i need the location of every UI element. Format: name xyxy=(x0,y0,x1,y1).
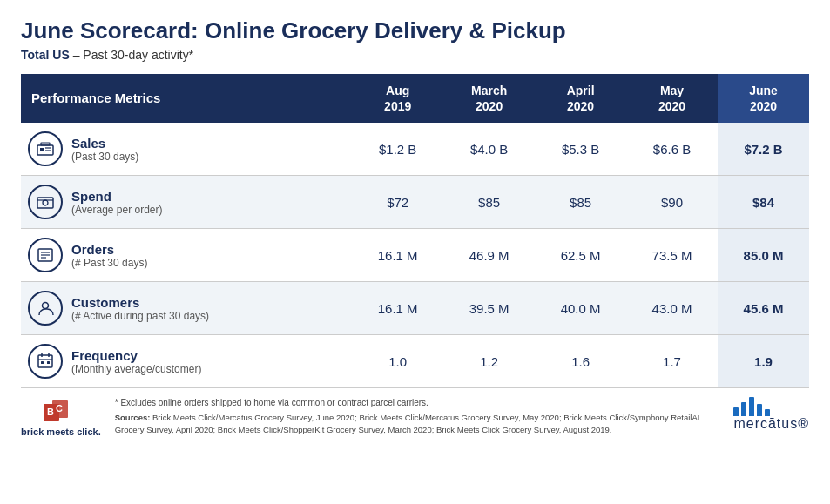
cell-jun2020-sales: $7.2 B xyxy=(718,123,809,176)
metric-label-spend: Spend (Average per order) xyxy=(71,189,163,216)
cell-jun2020-orders: 85.0 M xyxy=(718,229,809,282)
bar5 xyxy=(765,409,770,416)
metric-name-frequency: Frequency xyxy=(71,348,201,363)
cell-may2020-sales: $6.6 B xyxy=(626,123,718,176)
frequency-icon xyxy=(28,344,63,379)
table-row: Sales (Past 30 days) $1.2 B $4.0 B $5.3 … xyxy=(21,123,809,176)
cell-jun2020-frequency: 1.9 xyxy=(718,335,809,388)
sources: Sources: Brick Meets Click/Mercatus Groc… xyxy=(115,412,720,435)
table-row: Orders (# Past 30 days) 16.1 M 46.9 M 62… xyxy=(21,229,809,282)
cell-may2020-customers: 43.0 M xyxy=(626,282,718,335)
svg-rect-4 xyxy=(41,143,50,145)
col-header-jun2020: June2020 xyxy=(718,74,809,123)
cell-mar2020-spend: $85 xyxy=(443,176,535,229)
metric-cell-frequency: Frequency (Monthly average/customer) xyxy=(21,335,352,388)
mercatus-bars xyxy=(733,397,809,416)
orders-icon xyxy=(28,238,63,272)
metric-sublabel-spend: (Average per order) xyxy=(71,204,163,216)
cell-aug2019-sales: $1.2 B xyxy=(352,123,443,176)
metric-sublabel-orders: (# Past 30 days) xyxy=(71,257,147,269)
metric-sublabel-customers: (# Active during past 30 days) xyxy=(71,310,209,322)
svg-rect-18 xyxy=(47,361,50,364)
footer: B C brick meets click. * Excludes online… xyxy=(21,397,809,438)
svg-rect-13 xyxy=(38,355,52,367)
bmc-text: brick meets click. xyxy=(21,427,101,438)
footer-notes: * Excludes online orders shipped to home… xyxy=(115,397,720,435)
sources-text: Brick Meets Click/Mercatus Grocery Surve… xyxy=(115,413,700,433)
cell-mar2020-orders: 46.9 M xyxy=(443,229,535,282)
cell-mar2020-sales: $4.0 B xyxy=(443,123,535,176)
svg-text:C: C xyxy=(56,403,63,413)
svg-rect-1 xyxy=(40,148,44,151)
svg-rect-17 xyxy=(41,361,44,364)
cell-aug2019-customers: 16.1 M xyxy=(352,282,443,335)
cell-aug2019-orders: 16.1 M xyxy=(352,229,443,282)
customers-icon xyxy=(28,291,63,326)
metric-name-orders: Orders xyxy=(71,242,147,257)
col-header-may2020: May2020 xyxy=(626,74,718,123)
metric-name-spend: Spend xyxy=(71,189,163,204)
bar2 xyxy=(741,402,746,416)
table-row: Frequency (Monthly average/customer) 1.0… xyxy=(21,335,809,388)
sales-icon xyxy=(28,131,63,166)
page-title: June Scorecard: Online Grocery Delivery … xyxy=(21,17,809,44)
col-header-metric: Performance Metrics xyxy=(21,74,352,123)
metric-label-orders: Orders (# Past 30 days) xyxy=(71,242,147,269)
svg-point-12 xyxy=(43,303,49,309)
cell-apr2020-customers: 40.0 M xyxy=(535,282,626,335)
metric-cell-spend: Spend (Average per order) xyxy=(21,176,352,229)
metric-label-customers: Customers (# Active during past 30 days) xyxy=(71,295,209,322)
cell-mar2020-frequency: 1.2 xyxy=(443,335,535,388)
metric-cell-customers: Customers (# Active during past 30 days) xyxy=(21,282,352,335)
cell-aug2019-spend: $72 xyxy=(352,176,443,229)
svg-point-6 xyxy=(43,200,48,205)
cell-may2020-orders: 73.5 M xyxy=(626,229,718,282)
metric-name-customers: Customers xyxy=(71,295,209,310)
bmc-logo: B C brick meets click. xyxy=(21,397,101,438)
col-header-mar2020: March2020 xyxy=(443,74,535,123)
mercatus-logo: mercātus® xyxy=(733,397,809,432)
asterisk-note: * Excludes online orders shipped to home… xyxy=(115,397,720,409)
mercatus-text: mercātus® xyxy=(733,416,809,432)
metric-cell-orders: Orders (# Past 30 days) xyxy=(21,229,352,282)
sources-label: Sources: xyxy=(115,413,151,422)
subtitle-bold: Total US xyxy=(21,48,70,62)
table-row: Spend (Average per order) $72 $85 $85 $9… xyxy=(21,176,809,229)
cell-may2020-spend: $90 xyxy=(626,176,718,229)
cell-apr2020-orders: 62.5 M xyxy=(535,229,626,282)
cell-mar2020-customers: 39.5 M xyxy=(443,282,535,335)
cell-apr2020-sales: $5.3 B xyxy=(535,123,626,176)
metric-name-sales: Sales xyxy=(71,136,138,151)
metric-label-sales: Sales (Past 30 days) xyxy=(71,136,138,163)
bar1 xyxy=(733,407,739,416)
scorecard-table: Performance Metrics Aug2019 March2020 Ap… xyxy=(21,74,809,388)
metric-sublabel-sales: (Past 30 days) xyxy=(71,151,138,163)
bmc-icon: B C xyxy=(42,397,80,427)
metric-sublabel-frequency: (Monthly average/customer) xyxy=(71,363,201,375)
svg-rect-5 xyxy=(37,198,53,208)
metric-cell-sales: Sales (Past 30 days) xyxy=(21,123,352,176)
spend-icon xyxy=(28,185,63,219)
bar4 xyxy=(757,404,762,416)
cell-apr2020-spend: $85 xyxy=(535,176,626,229)
bar3 xyxy=(749,397,754,416)
cell-jun2020-customers: 45.6 M xyxy=(718,282,809,335)
table-row: Customers (# Active during past 30 days)… xyxy=(21,282,809,335)
col-header-apr2020: April2020 xyxy=(535,74,626,123)
cell-jun2020-spend: $84 xyxy=(718,176,809,229)
col-header-aug2019: Aug2019 xyxy=(352,74,443,123)
subtitle: Total US – Past 30-day activity* xyxy=(21,48,809,62)
subtitle-rest: – Past 30-day activity* xyxy=(70,48,193,62)
cell-aug2019-frequency: 1.0 xyxy=(352,335,443,388)
cell-may2020-frequency: 1.7 xyxy=(626,335,718,388)
svg-text:B: B xyxy=(47,407,54,417)
cell-apr2020-frequency: 1.6 xyxy=(535,335,626,388)
metric-label-frequency: Frequency (Monthly average/customer) xyxy=(71,348,201,375)
